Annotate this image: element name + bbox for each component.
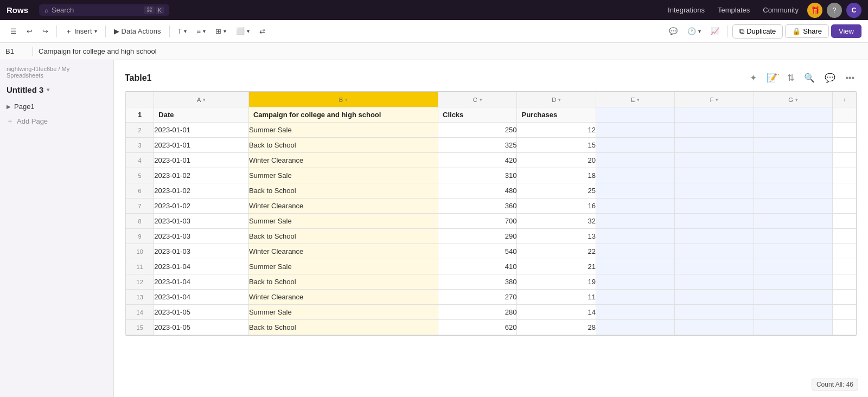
cell-f-14[interactable] xyxy=(675,305,754,320)
cell-date-7[interactable]: 2023-01-02 xyxy=(154,198,249,214)
table-row[interactable]: 12 2023-01-04 Back to School 380 19 xyxy=(126,274,857,290)
cell-purchases-5[interactable]: 18 xyxy=(517,168,596,183)
table-row[interactable]: 5 2023-01-02 Summer Sale 310 18 xyxy=(126,168,857,183)
history-btn[interactable]: 🕐 ▾ xyxy=(684,25,705,37)
cell-campaign-15[interactable]: Back to School xyxy=(248,320,438,335)
cell-clicks-10[interactable]: 540 xyxy=(438,244,517,259)
cell-e-8[interactable] xyxy=(596,214,674,229)
font-btn[interactable]: T ▾ xyxy=(174,25,191,37)
cell-f-4[interactable] xyxy=(675,153,754,168)
col-header-b[interactable]: B ▾ xyxy=(248,92,438,107)
cell-purchases-14[interactable]: 14 xyxy=(517,305,596,320)
table-row[interactable]: 9 2023-01-03 Back to School 290 13 xyxy=(126,229,857,244)
cell-clicks-9[interactable]: 290 xyxy=(438,229,517,244)
cell-e-11[interactable] xyxy=(596,259,674,274)
cell-f-10[interactable] xyxy=(675,244,754,259)
cell-f-8[interactable] xyxy=(675,214,754,229)
cell-date-14[interactable]: 2023-01-05 xyxy=(154,305,249,320)
cell-clicks-12[interactable]: 380 xyxy=(438,274,517,290)
sheet-area[interactable]: Table1 ✦ 📝 • ⇅ 🔍 💬 ••• xyxy=(114,60,868,397)
cell-clicks-8[interactable]: 700 xyxy=(438,214,517,229)
cell-f-2[interactable] xyxy=(675,123,754,138)
col-header-g[interactable]: G ▾ xyxy=(754,92,832,107)
cell-e-6[interactable] xyxy=(596,183,674,198)
cell-f-15[interactable] xyxy=(675,320,754,335)
cell-clicks-6[interactable]: 480 xyxy=(438,183,517,198)
cell-clicks-3[interactable]: 325 xyxy=(438,138,517,153)
cell-g-7[interactable] xyxy=(754,198,832,214)
gift-icon[interactable]: 🎁 xyxy=(807,3,822,18)
nav-community[interactable]: Community xyxy=(758,6,803,14)
help-icon[interactable]: ? xyxy=(827,3,842,18)
cell-campaign-5[interactable]: Summer Sale xyxy=(248,168,438,183)
cell-clicks-4[interactable]: 420 xyxy=(438,153,517,168)
cell-e-14[interactable] xyxy=(596,305,674,320)
cell-e-5[interactable] xyxy=(596,168,674,183)
cell-date-5[interactable]: 2023-01-02 xyxy=(154,168,249,183)
add-page-btn[interactable]: ＋ Add Page xyxy=(0,113,113,129)
search-bar[interactable]: ⌕ ⌘ K xyxy=(39,4,169,16)
cell-clicks-15[interactable]: 620 xyxy=(438,320,517,335)
cell-campaign-8[interactable]: Summer Sale xyxy=(248,214,438,229)
cell-e-13[interactable] xyxy=(596,290,674,305)
sidebar-item-page1[interactable]: ▶ Page1 xyxy=(0,100,113,113)
cell-purchases-12[interactable]: 19 xyxy=(517,274,596,290)
cell-date-3[interactable]: 2023-01-01 xyxy=(154,138,249,153)
chart-btn[interactable]: ⬜ ▾ xyxy=(232,25,253,37)
cell-e-4[interactable] xyxy=(596,153,674,168)
cell-g-3[interactable] xyxy=(754,138,832,153)
cell-campaign-6[interactable]: Back to School xyxy=(248,183,438,198)
cell-date-10[interactable]: 2023-01-03 xyxy=(154,244,249,259)
cell-f-9[interactable] xyxy=(675,229,754,244)
cell-g-14[interactable] xyxy=(754,305,832,320)
view-btn[interactable]: View xyxy=(831,24,861,38)
cell-date-2[interactable]: 2023-01-01 xyxy=(154,123,249,138)
col-header-f[interactable]: F ▾ xyxy=(675,92,754,107)
redo-btn[interactable]: ↪ xyxy=(39,25,52,37)
align-btn[interactable]: ≡ ▾ xyxy=(193,25,209,37)
table-row[interactable]: 7 2023-01-02 Winter Clearance 360 16 xyxy=(126,198,857,214)
notes-btn[interactable]: 📝 • xyxy=(764,71,780,85)
cell-campaign-3[interactable]: Back to School xyxy=(248,138,438,153)
cell-date-9[interactable]: 2023-01-03 xyxy=(154,229,249,244)
cell-g-13[interactable] xyxy=(754,290,832,305)
cell-f-3[interactable] xyxy=(675,138,754,153)
header-clicks[interactable]: Clicks xyxy=(438,107,517,123)
cell-g-2[interactable] xyxy=(754,123,832,138)
comment-table-btn[interactable]: 💬 xyxy=(822,71,838,85)
undo-btn[interactable]: ↩ xyxy=(23,25,36,37)
cell-campaign-13[interactable]: Winter Clearance xyxy=(248,290,438,305)
cell-e-15[interactable] xyxy=(596,320,674,335)
cell-e-9[interactable] xyxy=(596,229,674,244)
transform-btn[interactable]: ⇄ xyxy=(256,25,269,37)
cell-g-8[interactable] xyxy=(754,214,832,229)
table-row[interactable]: 10 2023-01-03 Winter Clearance 540 22 xyxy=(126,244,857,259)
cell-g-5[interactable] xyxy=(754,168,832,183)
cell-clicks-14[interactable]: 280 xyxy=(438,305,517,320)
cell-g-12[interactable] xyxy=(754,274,832,290)
cell-campaign-2[interactable]: Summer Sale xyxy=(248,123,438,138)
cell-purchases-15[interactable]: 28 xyxy=(517,320,596,335)
cell-purchases-9[interactable]: 13 xyxy=(517,229,596,244)
nav-integrations[interactable]: Integrations xyxy=(663,6,709,14)
cell-f-5[interactable] xyxy=(675,168,754,183)
col-header-a[interactable]: A ▾ xyxy=(154,92,249,107)
cell-purchases-2[interactable]: 12 xyxy=(517,123,596,138)
nav-templates[interactable]: Templates xyxy=(713,6,754,14)
cell-purchases-13[interactable]: 11 xyxy=(517,290,596,305)
cell-e-12[interactable] xyxy=(596,274,674,290)
cell-g-6[interactable] xyxy=(754,183,832,198)
cell-clicks-2[interactable]: 250 xyxy=(438,123,517,138)
cell-campaign-4[interactable]: Winter Clearance xyxy=(248,153,438,168)
cell-purchases-7[interactable]: 16 xyxy=(517,198,596,214)
cell-campaign-12[interactable]: Back to School xyxy=(248,274,438,290)
table-row[interactable]: 14 2023-01-05 Summer Sale 280 14 xyxy=(126,305,857,320)
magic-btn[interactable]: ✦ xyxy=(747,71,760,85)
col-header-e[interactable]: E ▾ xyxy=(596,92,674,107)
col-header-d[interactable]: D ▾ xyxy=(517,92,596,107)
table-row[interactable]: 4 2023-01-01 Winter Clearance 420 20 xyxy=(126,153,857,168)
col-header-c[interactable]: C ▾ xyxy=(438,92,517,107)
cell-date-4[interactable]: 2023-01-01 xyxy=(154,153,249,168)
format-btn[interactable]: ⊞ ▾ xyxy=(212,25,230,37)
cell-clicks-7[interactable]: 360 xyxy=(438,198,517,214)
